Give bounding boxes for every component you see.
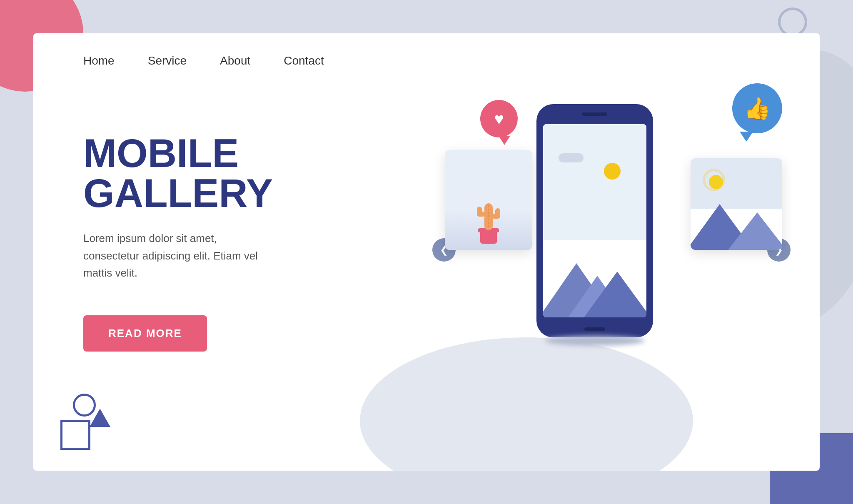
- thumbs-bubble-circle: 👍: [732, 83, 782, 133]
- screen-sun: [604, 163, 621, 180]
- main-card: Home Service About Contact MOBILE GALLER…: [33, 33, 820, 471]
- right-mountain-2: [728, 212, 782, 250]
- read-more-button[interactable]: READ MORE: [83, 315, 207, 352]
- right-sky: [691, 158, 782, 209]
- navigation: Home Service About Contact: [83, 54, 324, 67]
- phone-shadow: [545, 336, 645, 346]
- heart-icon: ♥: [494, 110, 504, 127]
- bg-circle-top-right: [778, 7, 807, 37]
- svg-rect-4: [477, 207, 482, 216]
- card-triangle-bottom-left: [90, 409, 110, 427]
- thumbs-bubble-tail: [740, 132, 753, 142]
- nav-contact[interactable]: Contact: [284, 54, 324, 67]
- hero-title-line2: GALLERY: [83, 173, 273, 213]
- phone-speaker: [582, 112, 607, 116]
- nav-about[interactable]: About: [220, 54, 250, 67]
- phone-mockup: [536, 104, 653, 337]
- svg-rect-6: [495, 208, 500, 217]
- thumbs-up-icon: 👍: [744, 97, 771, 119]
- phone-body: [536, 104, 653, 337]
- hero-section: MOBILE GALLERY Lorem ipsum dolor sit ame…: [83, 133, 273, 352]
- heart-bubble-circle: ♥: [480, 100, 518, 137]
- phone-home-btn: [584, 327, 605, 331]
- hero-title-line1: MOBILE: [83, 133, 273, 173]
- screen-mountain-3: [584, 272, 646, 317]
- photo-card-landscape: [691, 158, 782, 250]
- card-square-bottom-left: [60, 420, 90, 450]
- nav-home[interactable]: Home: [83, 54, 115, 67]
- hero-description: Lorem ipsum dolor sit amet, consectetur …: [83, 230, 258, 282]
- right-sun: [709, 175, 723, 189]
- illustration-area: ❮ ❯ ♥ 👍: [420, 83, 795, 417]
- photo-card-cactus: [445, 150, 532, 250]
- right-card-bg: [691, 158, 782, 250]
- screen-sky: [543, 124, 646, 240]
- screen-cloud: [559, 153, 584, 162]
- phone-screen: [543, 124, 646, 317]
- cactus-illustration: [468, 191, 509, 245]
- thumbs-bubble: 👍: [732, 83, 786, 133]
- nav-service[interactable]: Service: [148, 54, 187, 67]
- heart-bubble-tail: [499, 136, 510, 145]
- screen-landscape-image: [543, 124, 646, 317]
- heart-bubble: ♥: [480, 100, 522, 137]
